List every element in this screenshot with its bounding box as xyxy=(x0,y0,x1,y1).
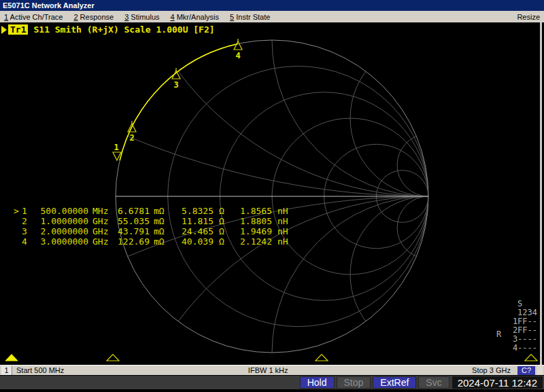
status-bar-corner xyxy=(537,366,543,375)
marker-row-1: > 1 500.00000 MHz 6.6781 mΩ 5.8325 Ω 1.8… xyxy=(14,206,294,216)
menu-bar: 1 Active Ch/Trace 2 Response 3 Stimulus … xyxy=(0,11,544,22)
title-bar: E5071C Network Analyzer xyxy=(0,0,544,11)
menu-resize[interactable]: Resize xyxy=(517,13,540,21)
active-trace-arrow-icon xyxy=(1,26,7,34)
stimulus-marker-1-icon[interactable] xyxy=(5,355,18,361)
menu-mkr-analysis[interactable]: 4 Mkr/Analysis xyxy=(171,13,220,21)
instrument-screen: 1 2 3 4 xyxy=(0,22,544,365)
hold-status-badge: Hold xyxy=(300,376,335,389)
s11-trace xyxy=(120,44,238,161)
stimulus-marker-4-icon[interactable] xyxy=(525,355,537,361)
chart-marker-4[interactable]: 4 xyxy=(234,39,242,60)
extref-status-badge: ExtRef xyxy=(373,376,416,389)
stimulus-marker-3-icon[interactable] xyxy=(316,355,328,361)
menu-instr-state[interactable]: 5 Instr State xyxy=(230,13,270,21)
smith-chart: 1 2 3 4 xyxy=(0,22,544,365)
stimulus-marker-2-icon[interactable] xyxy=(107,355,119,361)
marker-row-2: 2 1.0000000 GHz 55.035 mΩ 11.815 Ω 1.880… xyxy=(14,216,294,226)
app-window: E5071C Network Analyzer 1 Active Ch/Trac… xyxy=(0,0,544,392)
marker-row-4: 4 3.0000000 GHz 122.69 mΩ 40.039 Ω 2.124… xyxy=(14,236,294,247)
smith-grid xyxy=(0,22,544,365)
svg-text:2: 2 xyxy=(129,133,134,143)
status-bar-spacer xyxy=(0,376,298,389)
start-frequency-label: Start 500 MHz xyxy=(16,366,64,374)
marker-row-3: 3 2.0000000 GHz 43.791 mΩ 24.465 Ω 1.946… xyxy=(14,226,294,236)
menu-response[interactable]: 2 Response xyxy=(73,13,114,21)
stop-status-badge: Stop xyxy=(337,376,371,389)
trace-id-badge[interactable]: Tr1 xyxy=(8,24,28,35)
window-right-border xyxy=(540,22,542,365)
trace-format-label: S11 Smith (R+jX) Scale 1.000U [F2] xyxy=(33,24,214,35)
menu-stimulus[interactable]: 3 Stimulus xyxy=(124,13,159,21)
channel-status-bar: 1 Start 500 MHz IFBW 1 kHz Stop 3 GHz C? xyxy=(0,365,544,375)
channel-number-badge: 1 xyxy=(1,366,12,375)
trace-status-block: S 12341FF--2FF--3----4---- xyxy=(513,300,537,353)
menu-active-ch-trace[interactable]: 1 Active Ch/Trace xyxy=(4,13,63,21)
stop-frequency-label: Stop 3 GHz xyxy=(472,366,511,374)
svc-status-badge: Svc xyxy=(418,376,449,389)
datetime-display: 2024-07-11 12:42 xyxy=(452,376,543,389)
reference-trace-label: R xyxy=(496,329,501,339)
svg-text:4: 4 xyxy=(235,51,240,60)
cal-status-badge: C? xyxy=(517,366,535,375)
svg-text:3: 3 xyxy=(173,80,178,90)
ifbw-label: IFBW 1 kHz xyxy=(64,366,472,374)
window-title: E5071C Network Analyzer xyxy=(3,1,95,10)
trace-header: Tr1 S11 Smith (R+jX) Scale 1.000U [F2] xyxy=(1,24,215,35)
chart-marker-1[interactable]: 1 xyxy=(113,143,121,160)
marker-readout-table: > 1 500.00000 MHz 6.6781 mΩ 5.8325 Ω 1.8… xyxy=(14,206,294,247)
svg-text:1: 1 xyxy=(114,143,118,152)
active-marker-indicator: > xyxy=(14,206,22,216)
instrument-status-bar: Hold Stop ExtRef Svc 2024-07-11 12:42 xyxy=(0,375,544,389)
